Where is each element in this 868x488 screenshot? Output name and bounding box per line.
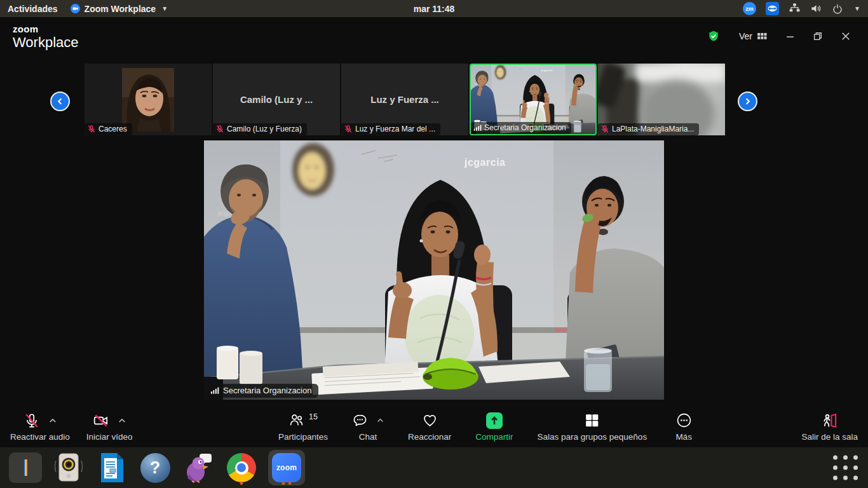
heart-icon <box>422 412 438 428</box>
dock-item-window-preview[interactable] <box>9 450 42 485</box>
chevron-right-icon <box>743 97 752 105</box>
chat-button[interactable]: Chat <box>352 412 384 442</box>
dock-item-chrome[interactable] <box>225 450 258 485</box>
button-label: Más <box>675 432 692 442</box>
logo-text-zoom: zoom <box>13 24 79 35</box>
video-tile-camilo[interactable]: Camilo (Luz y ... Camilo (Luz y Fuerza) <box>213 64 340 135</box>
button-label: Chat <box>359 432 377 442</box>
camera-off-icon <box>93 412 109 429</box>
speaker-video-content <box>204 140 664 400</box>
chevron-up-icon[interactable] <box>118 418 126 423</box>
muted-mic-icon <box>344 125 353 133</box>
participant-name-label: LaPlata-ManigliaMaria... <box>598 123 699 135</box>
button-label: Reaccionar <box>408 432 451 442</box>
meeting-toolbar: Reactivar audio Iniciar vídeo 15 P <box>0 405 868 447</box>
pidgin-icon <box>183 452 214 483</box>
zoom-meeting-window: zoom Workplace Ver <box>0 17 868 447</box>
button-label: Compartir <box>475 432 513 442</box>
audio-level-icon <box>210 386 219 395</box>
unmute-audio-button[interactable]: Reactivar audio <box>10 412 70 442</box>
share-screen-button[interactable]: Compartir <box>475 412 513 442</box>
video-tile-luz-y-fuerza[interactable]: Luz y Fuerza ... Luz y Fuerza Mar del ..… <box>341 64 468 135</box>
close-button[interactable] <box>841 32 850 41</box>
more-ellipsis-icon <box>676 412 692 428</box>
zoom-app-icon <box>71 4 80 13</box>
dock-item-speaker-app[interactable] <box>52 450 85 485</box>
teamviewer-tray-icon[interactable] <box>766 2 779 15</box>
leave-door-icon <box>822 412 838 429</box>
power-icon[interactable] <box>832 3 843 15</box>
muted-mic-icon <box>600 125 609 133</box>
view-button[interactable]: Ver <box>739 31 767 41</box>
chevron-left-icon <box>56 97 64 105</box>
participant-name-label: Luz y Fuerza Mar del ... <box>341 123 440 135</box>
audio-level-icon <box>473 124 482 132</box>
restore-button[interactable] <box>813 32 822 41</box>
zoom-window-header: zoom Workplace Ver <box>0 17 868 64</box>
chevron-down-icon[interactable]: ▼ <box>854 5 860 12</box>
writer-document-icon <box>98 452 126 483</box>
window-preview-icon <box>9 452 42 483</box>
participant-name-label: Caceres <box>85 123 132 135</box>
chevron-up-icon[interactable] <box>49 418 57 423</box>
security-shield-icon[interactable] <box>707 30 720 43</box>
filmstrip-next-button[interactable] <box>738 92 757 111</box>
activities-button[interactable]: Actividades <box>8 4 58 14</box>
chrome-icon <box>227 453 256 482</box>
muted-mic-icon <box>24 412 40 429</box>
chevron-up-icon[interactable] <box>377 418 384 423</box>
zoom-dock-highlight: zoom <box>268 450 305 485</box>
chevron-down-icon: ▼ <box>161 5 168 12</box>
app-menu-button[interactable]: Zoom Workplace ▼ <box>71 4 168 14</box>
button-label: Participantes <box>278 432 328 442</box>
more-button[interactable]: Más <box>671 412 696 442</box>
dock-item-libreoffice-writer[interactable] <box>95 450 128 485</box>
video-tile-caceres[interactable]: Caceres <box>85 64 212 135</box>
dock-item-pidgin[interactable] <box>182 450 215 485</box>
main-stage: Secretaria Organizacion <box>0 135 868 405</box>
grid-view-icon <box>757 32 767 40</box>
button-label: Reactivar audio <box>10 432 70 442</box>
filmstrip-prev-button[interactable] <box>50 92 70 111</box>
clock[interactable]: mar 11:48 <box>414 4 455 14</box>
start-video-button[interactable]: Iniciar vídeo <box>86 412 133 442</box>
gnome-top-bar: Actividades Zoom Workplace ▼ mar 11:48 z… <box>0 0 868 17</box>
muted-mic-icon <box>87 125 96 133</box>
minimize-button[interactable] <box>786 32 794 41</box>
participants-count: 15 <box>309 412 318 421</box>
active-speaker-name-label: Secretaria Organizacion <box>206 384 318 398</box>
desktop-screen: Actividades Zoom Workplace ▼ mar 11:48 z… <box>0 0 868 488</box>
participant-photo <box>122 68 174 132</box>
network-icon[interactable] <box>789 3 801 15</box>
participants-icon <box>288 412 304 428</box>
participants-button[interactable]: 15 Participantes <box>278 412 328 442</box>
speaker-icon <box>54 452 83 483</box>
breakout-grid-icon <box>584 412 600 428</box>
react-button[interactable]: Reaccionar <box>408 412 451 442</box>
dock-item-help[interactable]: ? <box>139 450 172 485</box>
breakout-rooms-button[interactable]: Salas para grupos pequeños <box>538 412 648 442</box>
help-icon: ? <box>140 453 170 483</box>
dock: ? zoom <box>0 447 868 488</box>
chat-bubble-icon <box>352 412 368 428</box>
button-label: Iniciar vídeo <box>86 432 133 442</box>
participant-name-label: Camilo (Luz y Fuerza) <box>213 123 307 135</box>
button-label: Salas para grupos pequeños <box>538 432 648 442</box>
share-arrow-icon <box>486 412 503 429</box>
zoom-tray-badge[interactable]: zm <box>743 2 756 15</box>
participant-filmstrip: Caceres Camilo (Luz y ... Camilo (Luz y … <box>0 64 868 135</box>
volume-icon[interactable] <box>810 3 822 15</box>
app-menu-label: Zoom Workplace <box>85 4 156 14</box>
view-label: Ver <box>739 31 752 41</box>
leave-meeting-button[interactable]: Salir de la sala <box>801 412 858 442</box>
zoom-workplace-logo: zoom Workplace <box>13 24 79 50</box>
zoom-icon: zoom <box>272 453 301 482</box>
show-applications-button[interactable] <box>833 456 858 480</box>
logo-text-workplace: Workplace <box>13 35 79 50</box>
main-speaker-video: Secretaria Organizacion <box>204 140 664 400</box>
button-label: Salir de la sala <box>801 432 858 442</box>
muted-mic-icon <box>215 125 224 133</box>
video-tile-secretaria-organizacion[interactable]: Secretaria Organizacion <box>470 64 597 135</box>
dock-item-zoom[interactable]: zoom <box>268 450 305 485</box>
video-tile-laplata[interactable]: LaPlata-ManigliaMaria... <box>598 64 725 135</box>
